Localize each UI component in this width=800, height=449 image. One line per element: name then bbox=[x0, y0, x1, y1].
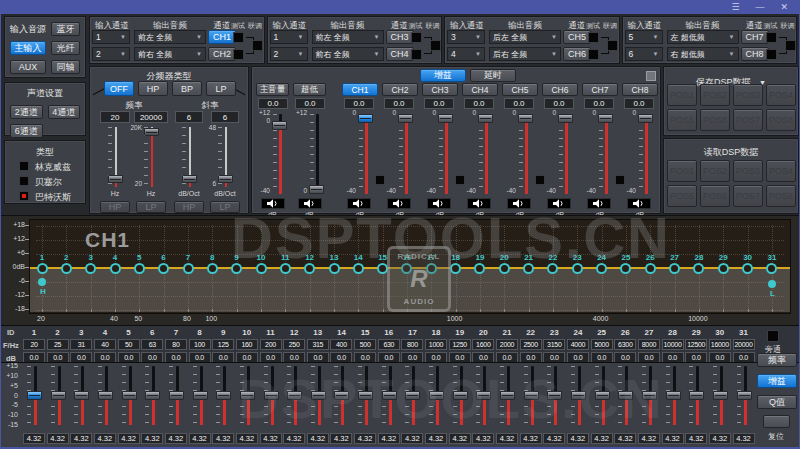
gain-value-box[interactable]: 0.0 bbox=[424, 98, 454, 109]
mute-button[interactable] bbox=[587, 198, 611, 209]
output-audio-select[interactable]: 后右 全频▼ bbox=[489, 47, 561, 61]
eq-band-fader[interactable] bbox=[472, 363, 495, 429]
link-checkbox[interactable] bbox=[785, 40, 796, 51]
q-mode-button[interactable]: Q值 bbox=[757, 395, 797, 409]
source-button-4[interactable]: AUX bbox=[10, 60, 46, 74]
crossover-mode-hp[interactable]: HP bbox=[138, 81, 168, 96]
gain-fader[interactable]: 0-40 bbox=[540, 112, 580, 196]
gain-fader-handle[interactable] bbox=[309, 185, 324, 194]
eq-high-marker-dot[interactable] bbox=[38, 278, 46, 286]
crossover-mode-off[interactable]: OFF bbox=[104, 81, 134, 96]
eq-band-fader[interactable] bbox=[685, 363, 708, 429]
input-channel-select[interactable]: 1▼ bbox=[270, 30, 308, 44]
eq-band-point[interactable] bbox=[207, 263, 218, 274]
eq-band-fader[interactable] bbox=[141, 363, 164, 429]
gain-channel-button-CH5[interactable]: CH5 bbox=[502, 83, 538, 96]
gain-fader-handle[interactable] bbox=[598, 114, 613, 123]
input-channel-select[interactable]: 4▼ bbox=[447, 47, 485, 61]
output-audio-select[interactable]: 右 超低频▼ bbox=[667, 47, 739, 61]
band-fader-handle[interactable] bbox=[713, 391, 728, 400]
eq-band-fader[interactable] bbox=[260, 363, 283, 429]
mute-button[interactable] bbox=[298, 198, 322, 209]
input-channel-select[interactable]: 6▼ bbox=[625, 47, 663, 61]
save-slot-8[interactable]: POS8 bbox=[766, 109, 796, 131]
save-slot-6[interactable]: POS6 bbox=[700, 109, 730, 131]
save-slot-2[interactable]: POS2 bbox=[700, 84, 730, 106]
output-audio-select[interactable]: 左 超低频▼ bbox=[667, 30, 739, 44]
eq-band-fader[interactable] bbox=[709, 363, 732, 429]
freq-mode-button[interactable]: 频率 bbox=[757, 353, 797, 367]
eq-band-point[interactable] bbox=[693, 263, 704, 274]
band-fader-handle[interactable] bbox=[382, 391, 397, 400]
close-icon[interactable]: ✕ bbox=[780, 3, 788, 12]
gain-value-box[interactable]: 0.0 bbox=[384, 98, 414, 109]
load-slot-2[interactable]: POS2 bbox=[700, 160, 730, 182]
eq-band-fader[interactable] bbox=[662, 363, 685, 429]
mute-button[interactable] bbox=[547, 198, 571, 209]
gain-fader[interactable]: +120-40 bbox=[254, 112, 291, 196]
link-checkbox[interactable] bbox=[430, 40, 441, 51]
mute-button[interactable] bbox=[347, 198, 371, 209]
channel-button-CH2[interactable]: CH2 bbox=[208, 47, 236, 61]
save-slot-3[interactable]: POS3 bbox=[733, 84, 763, 106]
load-slot-1[interactable]: POS1 bbox=[667, 160, 697, 182]
eq-band-point[interactable] bbox=[183, 263, 194, 274]
test-checkbox[interactable] bbox=[233, 49, 244, 60]
eq-band-point[interactable] bbox=[572, 263, 583, 274]
gain-channel-button-CH7[interactable]: CH7 bbox=[582, 83, 618, 96]
band-fader-handle[interactable] bbox=[287, 391, 302, 400]
eq-band-point[interactable] bbox=[61, 263, 72, 274]
gain-fader-handle[interactable] bbox=[438, 114, 453, 123]
gain-channel-button-CH8[interactable]: CH8 bbox=[622, 83, 658, 96]
gain-fader-handle[interactable] bbox=[558, 114, 573, 123]
eq-band-fader[interactable] bbox=[567, 363, 590, 429]
gain-channel-button-主音量[interactable]: 主音量 bbox=[256, 83, 289, 96]
band-fader-handle[interactable] bbox=[737, 391, 752, 400]
input-channel-select[interactable]: 3▼ bbox=[447, 30, 485, 44]
gain-channel-button-超低[interactable]: 超低 bbox=[293, 83, 326, 96]
eq-band-point[interactable] bbox=[37, 263, 48, 274]
source-button-5[interactable]: 同轴 bbox=[51, 60, 80, 74]
band-fader-handle[interactable] bbox=[264, 391, 279, 400]
channel-button-CH7[interactable]: CH7 bbox=[741, 30, 769, 44]
channel-button-CH5[interactable]: CH5 bbox=[563, 30, 591, 44]
eq-plot-area[interactable]: CH1 123456789101112131415161718192021222… bbox=[29, 219, 791, 314]
eq-band-fader[interactable] bbox=[118, 363, 141, 429]
eq-band-point[interactable] bbox=[620, 263, 631, 274]
band-fader-handle[interactable] bbox=[429, 391, 444, 400]
load-slot-7[interactable]: POS7 bbox=[733, 185, 763, 207]
mute-button[interactable] bbox=[627, 198, 651, 209]
eq-band-fader[interactable] bbox=[520, 363, 543, 429]
gain-fader[interactable]: 0-40 bbox=[620, 112, 660, 196]
eq-band-fader[interactable] bbox=[189, 363, 212, 429]
gain-fader-handle[interactable] bbox=[358, 114, 373, 123]
gain-fader[interactable]: +120 bbox=[291, 112, 328, 196]
crossover-slider-handle[interactable] bbox=[218, 175, 233, 183]
output-audio-select[interactable]: 前左 全频▼ bbox=[134, 30, 206, 44]
eq-band-fader[interactable] bbox=[496, 363, 519, 429]
eq-band-fader[interactable] bbox=[543, 363, 566, 429]
gain-fader[interactable]: 0-40 bbox=[580, 112, 620, 196]
gain-fader-handle[interactable] bbox=[518, 114, 533, 123]
eq-band-point[interactable] bbox=[256, 263, 267, 274]
gain-fader-handle[interactable] bbox=[398, 114, 413, 123]
eq-band-point[interactable] bbox=[304, 263, 315, 274]
source-button-3[interactable]: 光纤 bbox=[51, 41, 80, 55]
band-fader-handle[interactable] bbox=[453, 391, 468, 400]
eq-band-fader[interactable] bbox=[378, 363, 401, 429]
gain-fader-handle[interactable] bbox=[638, 114, 653, 123]
source-button-2[interactable]: 主输入 bbox=[10, 41, 46, 55]
filter-type-checkbox[interactable] bbox=[19, 176, 29, 186]
band-fader-handle[interactable] bbox=[334, 391, 349, 400]
band-fader-handle[interactable] bbox=[476, 391, 491, 400]
channel-button-CH4[interactable]: CH4 bbox=[386, 47, 414, 61]
gain-value-box[interactable]: 0.0 bbox=[464, 98, 494, 109]
eq-band-fader[interactable] bbox=[330, 363, 353, 429]
eq-band-fader[interactable] bbox=[591, 363, 614, 429]
test-checkbox[interactable] bbox=[411, 32, 422, 43]
load-slot-6[interactable]: POS6 bbox=[700, 185, 730, 207]
eq-band-fader[interactable] bbox=[283, 363, 306, 429]
eq-band-fader[interactable] bbox=[401, 363, 424, 429]
band-fader-handle[interactable] bbox=[524, 391, 539, 400]
gain-fader[interactable]: 0-40 bbox=[500, 112, 540, 196]
